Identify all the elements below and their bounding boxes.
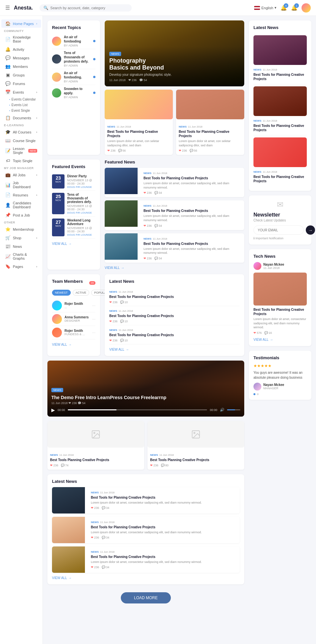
newsletter-email-input[interactable] — [253, 225, 304, 235]
list-item[interactable]: NEWS11 Jun 2018 Best Tools for Planning … — [105, 200, 244, 230]
list-item[interactable]: NEWS11 Jun 2018 Best Tools for Planning … — [52, 487, 240, 513]
sidebar-item-events[interactable]: 📅 Events › — [1, 88, 41, 96]
sidebar-item-members[interactable]: 👥 Members — [1, 62, 41, 71]
more-options-icon[interactable]: ··· — [92, 330, 95, 335]
filter-tab-newest[interactable]: NEWEST — [52, 290, 71, 296]
list-item[interactable]: Rojer Smith ... ··· — [52, 299, 95, 312]
notification-bell-button[interactable]: 🔔6 — [280, 5, 287, 11]
sidebar-item-event-single[interactable]: Event Single — [9, 108, 42, 113]
sidebar-item-resumes[interactable]: 📄 Resumes › — [1, 191, 41, 199]
list-item[interactable]: NEWS11 Jun 2018 Best Tools for Planning … — [253, 33, 307, 84]
sidebar-item-candidates[interactable]: 👤 Candidates Dashboard — [1, 199, 41, 211]
sidebar-item-course-single[interactable]: 📖 Course Single — [1, 136, 41, 145]
sidebar-item-documents[interactable]: 📋 Documents › — [1, 114, 41, 122]
news-card[interactable]: NEWS11 Jun 2018 Best Tools Planning Crea… — [47, 421, 144, 470]
list-item[interactable]: NEWS11 Jun 2018 Best Tools for Planning … — [52, 546, 240, 573]
sidebar-item-pages[interactable]: 🔖 Pages › — [1, 262, 41, 271]
hero-banner[interactable]: NEWS PhotographyBasics and Beyond Develo… — [105, 20, 244, 86]
sidebar-item-forums[interactable]: 💬 Forums — [1, 79, 41, 88]
view-all-tech-news-button[interactable]: VIEW ALL → — [253, 338, 307, 341]
more-options-icon[interactable]: ··· — [92, 317, 95, 321]
view-all-latest-main-button[interactable]: VIEW ALL → — [52, 576, 240, 580]
list-item[interactable]: Tens of thousands of protesters defy. BY… — [52, 49, 95, 69]
view-all-members-button[interactable]: VIEW ALL → — [52, 343, 95, 346]
search-input[interactable] — [50, 6, 128, 10]
load-more-button[interactable]: LOAD MORE — [121, 592, 171, 603]
top-header: ☰ Anesta. 🔍 English ▾ 🔔6 🔔1 — [0, 0, 316, 16]
sidebar-item-job-dashboard[interactable]: 📊 Job Dashboard — [1, 179, 41, 190]
sidebar-item-membership[interactable]: ⭐ Membershop — [1, 225, 41, 233]
sidebar-item-events-calendar[interactable]: Events Calendar — [9, 97, 42, 102]
featured-news-title: Featured News — [105, 160, 244, 164]
filter-tab-active[interactable]: ACTIVE — [73, 290, 90, 296]
volume-icon[interactable]: 🔊 — [220, 408, 224, 412]
list-item[interactable]: 25 NOV Tens of thousands of protesters d… — [52, 191, 95, 217]
pages-icon: 🔖 — [5, 264, 11, 269]
news-thumbnail — [52, 546, 85, 573]
courses-icon: 🎓 — [5, 130, 11, 134]
list-item[interactable]: NEWS11 Jun 2018 Best Tools for Planning … — [109, 325, 240, 344]
dot-inactive[interactable] — [257, 393, 259, 395]
notification-alert-button[interactable]: 🔔1 — [291, 5, 298, 11]
user-avatar[interactable] — [302, 3, 311, 13]
view-all-latest-news-button[interactable]: VIEW ALL → — [109, 348, 240, 351]
news-card[interactable]: NEWS11 Jun 2018 Best Tools Planning Crea… — [147, 421, 244, 470]
sidebar-item-messages[interactable]: 💬 Messages — [1, 54, 41, 62]
sidebar-item-knowledge-base[interactable]: 📄 Knowledge Base — [1, 34, 41, 45]
list-item[interactable]: NEWS11 Jun 2018 Best Tools for Planning … — [105, 233, 244, 263]
chevron-right-icon: › — [36, 173, 37, 177]
list-item[interactable]: Snowden to apply. BY ADMIN — [52, 85, 95, 101]
list-item[interactable]: An air of foreboding. BY ADMIN — [52, 69, 95, 85]
view-all-events-button[interactable]: VIEW ALL → — [52, 242, 95, 246]
view-all-featured-news-button[interactable]: VIEW ALL → — [105, 266, 244, 270]
newsletter-submit-button[interactable]: → — [306, 225, 315, 235]
news-thumbnail — [52, 487, 85, 513]
news-card[interactable]: NEWS11 Jun 2018 Best Tools for Planning … — [105, 90, 173, 155]
lesson-icon: 📝 — [5, 148, 11, 153]
list-item[interactable]: NEWS11 Jun 2018 Best Tools for Planning … — [52, 517, 240, 543]
play-button[interactable]: ▶ — [51, 407, 55, 413]
list-item[interactable]: 23 NOV Dinner Party NOVEMBER 13 @ 00:00 … — [52, 172, 95, 191]
sidebar-item-all-courses[interactable]: 🎓 All Courses › — [1, 128, 41, 136]
language-selector[interactable]: English ▾ — [254, 6, 276, 10]
list-item[interactable]: NEWS11 Jun 2018 Best Tools for Planning … — [109, 306, 240, 325]
tech-news-card: Tech News Nayan Mckee 11 Jun 2018 Best T… — [249, 249, 311, 346]
list-item[interactable]: Rojer Smith FUNDESS & ... ··· — [52, 326, 95, 339]
list-item[interactable]: NEWS11 Jun 2018 Best Tools for Planning … — [253, 84, 307, 135]
sidebar-item-topic-single[interactable]: 🏷 Topic Single — [1, 157, 41, 165]
list-item[interactable]: An air of foreboding BY ADMIN — [52, 33, 95, 49]
sidebar-item-home-pages[interactable]: 🏠 Home Pages › — [1, 19, 41, 28]
dot-active[interactable] — [253, 393, 255, 395]
topic-list: An air of foreboding BY ADMIN Tens of th… — [52, 33, 95, 101]
sidebar-item-activity[interactable]: 🔔 Activity — [1, 45, 41, 53]
sidebar-item-post-job[interactable]: 📌 Post a Job — [1, 211, 41, 219]
sidebar-item-lesson-single[interactable]: 📝 Lesson Single NEW — [1, 145, 41, 156]
hero-title: PhotographyBasics and Beyond — [109, 57, 240, 72]
sidebar-item-shop[interactable]: 🛒 Shop › — [1, 234, 41, 242]
news-card[interactable]: NEWS11 Jun 2018 Best Tools for Planning … — [176, 90, 244, 155]
more-options-icon[interactable]: ··· — [92, 303, 95, 308]
sidebar-item-news[interactable]: 📰 News — [1, 242, 41, 250]
news-thumbnail — [105, 233, 138, 260]
video-card[interactable]: NEWS The Demo Free Intro LearnPress Cour… — [47, 361, 244, 417]
current-time: 00:00 — [58, 408, 65, 412]
list-item[interactable]: NEWS11 Jun 2018 Best Tools for Planning … — [105, 168, 244, 197]
hamburger-menu[interactable]: ☰ — [5, 5, 10, 11]
elearning-label: E-LEARNING — [0, 122, 42, 128]
sidebar-item-all-jobs[interactable]: 💼 All Jobs › — [1, 171, 41, 179]
latest-news-sidebar-card: Latest News NEWS11 Jun 2018 Best Tools f… — [105, 274, 244, 356]
progress-bar[interactable] — [68, 409, 207, 410]
alert-badge: 1 — [294, 3, 299, 8]
activity-icon: 🔔 — [5, 47, 11, 52]
news-tag: NEWS — [109, 52, 121, 56]
volume-bar[interactable] — [227, 409, 240, 410]
total-time: 00:00 — [210, 408, 217, 412]
sidebar-item-events-list[interactable]: Events List — [9, 102, 42, 108]
list-item[interactable]: NEWS11 Jun 2018 Best Tools for Planning … — [109, 287, 240, 306]
list-item[interactable]: NEWS11 Jun 2018 Best Tools for Planning … — [253, 135, 307, 186]
sidebar-item-groups[interactable]: ▣ Groups — [1, 71, 41, 79]
sidebar-item-charts[interactable]: 📈 Charts & Graphs — [1, 251, 41, 262]
list-item[interactable]: 27 NOV Weekend Long Adventure NOVEMBER 1… — [52, 217, 95, 239]
chevron-right-icon: › — [36, 22, 37, 25]
list-item[interactable]: Anna Summers DESIGNER ··· — [52, 312, 95, 326]
